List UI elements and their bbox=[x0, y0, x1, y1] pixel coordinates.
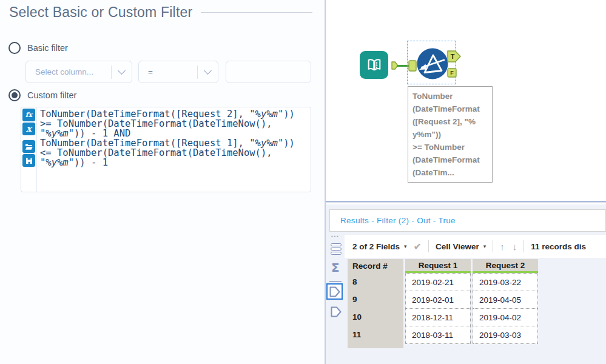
metadata-view-button[interactable] bbox=[331, 243, 342, 256]
formula-line: <= ToNumber(DateTimeFormat(DateTimeNow()… bbox=[40, 148, 309, 158]
records-count-text: 11 records dis bbox=[531, 242, 586, 251]
filter-tool-tooltip: ToNumber(DateTimeFormat([Request 2], "%y… bbox=[408, 86, 493, 183]
results-toolbar: 2 of 2 Fields ▾ ✔ Cell Viewer ▾ ↑ ↓ 11 r… bbox=[345, 235, 606, 258]
column-cells: 2019-02-212019-02-012018-12-112018-03-11 bbox=[405, 273, 471, 344]
output-anchor-icon bbox=[330, 306, 342, 318]
table-cell[interactable]: 2019-04-05 bbox=[473, 291, 537, 309]
caret-down-icon[interactable]: ▾ bbox=[483, 243, 486, 249]
filter-tool[interactable] bbox=[417, 48, 448, 79]
formula-editor-toolbar: fx x bbox=[21, 107, 37, 192]
tooltip-line: ([Request 2], "% bbox=[412, 115, 488, 128]
formula-line: ToNumber(DateTimeFormat([Request 2], "%y… bbox=[40, 109, 309, 119]
insert-function-button[interactable]: fx bbox=[22, 109, 35, 121]
table-cell[interactable]: 2019-03-22 bbox=[473, 274, 537, 291]
caret-down-icon[interactable]: ▾ bbox=[404, 243, 407, 249]
formula-line: "%y%m")) - 1 AND bbox=[40, 129, 309, 138]
column-header[interactable]: Request 1 bbox=[405, 259, 471, 271]
table-cell[interactable]: 2019-03-03 bbox=[473, 326, 537, 344]
filter-value-input[interactable] bbox=[226, 61, 311, 83]
record-column-footer bbox=[348, 343, 403, 348]
column-cells: 2019-03-222019-04-052019-04-022019-03-03 bbox=[473, 273, 538, 344]
open-expression-button[interactable] bbox=[22, 140, 35, 153]
results-tab-row[interactable]: Results - Filter (2) - Out - True bbox=[329, 209, 606, 232]
record-number-cell[interactable]: 10 bbox=[348, 308, 403, 326]
results-tab-title: Results - Filter (2) - Out - True bbox=[330, 216, 456, 225]
true-output-anchor[interactable]: T bbox=[447, 50, 461, 62]
table-cell[interactable]: 2018-03-11 bbox=[406, 326, 470, 344]
toolbar-divider bbox=[524, 240, 524, 252]
table-cell[interactable]: 2019-02-21 bbox=[406, 274, 470, 291]
tooltip-line: >= ToNumber bbox=[412, 141, 488, 153]
more-options-icon[interactable]: ⋯ bbox=[331, 231, 340, 241]
record-number-column: Record #891011 bbox=[348, 259, 403, 348]
record-number-cell[interactable]: 9 bbox=[348, 291, 403, 308]
page-title: Select Basic or Custom Filter bbox=[9, 4, 192, 21]
formula-expression[interactable]: ToNumber(DateTimeFormat([Request 2], "%y… bbox=[37, 107, 311, 192]
alteryx-designer-window: Select Basic or Custom Filter Basic filt… bbox=[0, 0, 606, 364]
column-header[interactable]: Request 2 bbox=[473, 259, 538, 271]
tooltip-line: (DateTimeFormat bbox=[412, 153, 488, 166]
output-anchor-icon bbox=[329, 286, 341, 298]
custom-filter-label: Custom filter bbox=[27, 90, 76, 100]
false-output-view-button[interactable] bbox=[329, 305, 343, 318]
cell-viewer-dropdown[interactable]: Cell Viewer bbox=[436, 242, 479, 251]
record-number-cell[interactable]: 11 bbox=[348, 326, 403, 343]
table-cell[interactable]: 2018-12-11 bbox=[406, 309, 470, 326]
tooltip-line: y%m")) bbox=[412, 128, 488, 141]
toolbar-divider bbox=[493, 240, 493, 252]
fx-icon: fx bbox=[25, 111, 32, 119]
false-anchor-label: F bbox=[447, 68, 457, 78]
insert-variable-button[interactable]: x bbox=[22, 123, 35, 135]
toolbar-divider bbox=[428, 240, 429, 252]
table-cell[interactable]: 2019-02-01 bbox=[406, 291, 470, 309]
chevron-down-icon[interactable] bbox=[112, 61, 132, 83]
arrow-down-icon[interactable]: ↓ bbox=[513, 241, 517, 252]
bars-icon bbox=[331, 248, 342, 251]
column-header[interactable]: Record # bbox=[348, 259, 403, 273]
input-summary-button[interactable]: Σ bbox=[331, 260, 340, 275]
table-cell[interactable]: 2019-04-02 bbox=[473, 309, 537, 326]
custom-filter-option[interactable]: Custom filter bbox=[8, 89, 76, 101]
arrow-up-icon[interactable]: ↑ bbox=[500, 241, 505, 252]
results-table: Record #891011 Request 12019-02-212019-0… bbox=[348, 259, 538, 348]
fields-summary-dropdown[interactable]: 2 of 2 Fields bbox=[352, 242, 400, 251]
record-number-cell[interactable]: 8 bbox=[348, 273, 403, 291]
true-output-view-button[interactable] bbox=[326, 283, 343, 300]
true-anchor-label: T bbox=[447, 50, 461, 62]
request2-column: Request 22019-03-222019-04-052019-04-022… bbox=[473, 259, 538, 348]
radio-selected-icon[interactable] bbox=[8, 89, 21, 101]
panel-title-row: Select Basic or Custom Filter bbox=[9, 4, 312, 21]
save-expression-button[interactable] bbox=[22, 154, 35, 167]
apply-check-icon[interactable]: ✔ bbox=[414, 241, 422, 252]
formula-line: ToNumber(DateTimeFormat([Request 1], "%y… bbox=[40, 138, 309, 148]
title-divider bbox=[201, 12, 312, 13]
operator-dropdown[interactable]: = bbox=[138, 61, 218, 83]
tooltip-line: (DateTimeFormat bbox=[412, 103, 488, 115]
formula-line: "%y%m")) - 1 bbox=[40, 158, 309, 167]
workflow-canvas[interactable]: T F ToNumber(DateTimeFormat([Request 2],… bbox=[326, 0, 606, 201]
open-folder-icon bbox=[24, 143, 33, 151]
column-select-dropdown[interactable]: Select column... bbox=[25, 61, 132, 83]
save-icon bbox=[25, 157, 33, 165]
request1-column: Request 12019-02-212019-02-012018-12-112… bbox=[405, 259, 471, 348]
chevron-down-icon[interactable] bbox=[198, 61, 218, 83]
tooltip-line: (DateTim... bbox=[412, 166, 488, 179]
operator-value: = bbox=[139, 67, 197, 76]
column-select-value: Select column... bbox=[26, 67, 111, 76]
input-data-tool[interactable] bbox=[360, 51, 388, 79]
strip-divider bbox=[329, 281, 342, 282]
bars-icon bbox=[331, 252, 342, 255]
basic-filter-label: Basic filter bbox=[27, 43, 68, 53]
x-variable-icon: x bbox=[26, 123, 32, 135]
tooltip-line: ToNumber bbox=[412, 90, 488, 103]
results-panel: Results - Filter (2) - Out - True ⋯ Σ 2 … bbox=[326, 204, 606, 364]
false-output-anchor[interactable]: F bbox=[447, 68, 457, 78]
filter-funnel-icon bbox=[417, 48, 448, 79]
bars-icon bbox=[331, 243, 342, 246]
filter-config-panel: Select Basic or Custom Filter Basic filt… bbox=[0, 0, 324, 364]
radio-unselected-icon[interactable] bbox=[8, 42, 21, 54]
basic-filter-option[interactable]: Basic filter bbox=[8, 42, 68, 54]
canvas-results-splitter[interactable] bbox=[326, 201, 606, 203]
formula-line: >= ToNumber(DateTimeFormat(DateTimeNow()… bbox=[40, 119, 309, 129]
open-book-icon bbox=[364, 55, 385, 75]
